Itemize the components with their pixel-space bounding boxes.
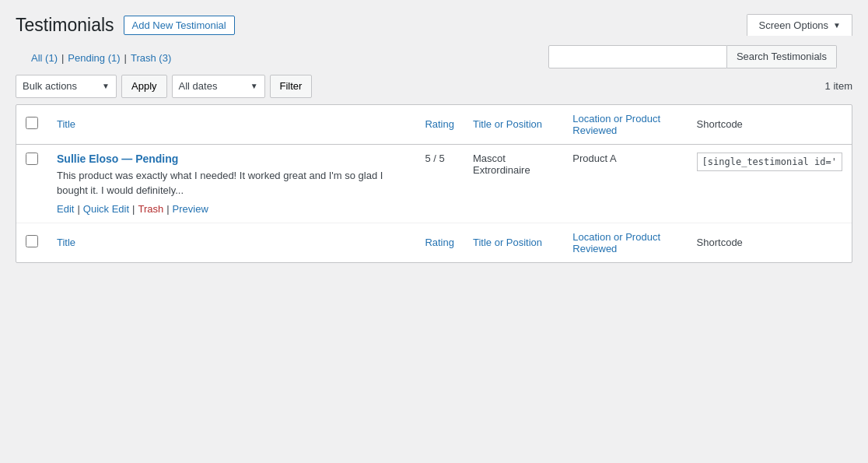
- tfoot-th-title-position-link[interactable]: Title or Position: [473, 237, 542, 248]
- quick-edit-link[interactable]: Quick Edit: [83, 203, 129, 215]
- entry-title: Sullie Eloso — Pending: [57, 153, 406, 165]
- tfoot-th-rating: Rating: [415, 223, 464, 262]
- add-new-button[interactable]: Add New Testimonial: [124, 16, 235, 35]
- search-input[interactable]: [548, 45, 727, 68]
- th-rating: Rating: [415, 105, 464, 145]
- search-area: Search Testimonials: [548, 42, 852, 68]
- td-location-product: Product A: [563, 144, 687, 223]
- edit-link[interactable]: Edit: [57, 203, 74, 215]
- th-title-position[interactable]: Title or Position: [464, 105, 563, 145]
- bulk-actions-select[interactable]: Bulk actions ▼: [16, 75, 117, 98]
- sep-2: |: [124, 52, 127, 64]
- filter-button[interactable]: Filter: [270, 75, 313, 98]
- td-shortcode: [single_testimonial id=': [688, 144, 852, 223]
- subsubsub: All (1) | Pending (1) | Trash (3): [16, 46, 187, 64]
- th-title[interactable]: Title: [47, 105, 415, 145]
- row-actions: Edit | Quick Edit | Trash | Preview: [57, 203, 406, 215]
- th-location-product-link[interactable]: Location or Product Reviewed: [572, 113, 660, 136]
- action-sep-3: |: [166, 203, 169, 215]
- table-foot: Title Rating Title or Position Location …: [16, 223, 852, 262]
- tfoot-th-location-product[interactable]: Location or Product Reviewed: [563, 223, 687, 262]
- dates-chevron-icon: ▼: [250, 82, 258, 90]
- shortcode-box[interactable]: [single_testimonial id=': [697, 153, 842, 171]
- apply-button[interactable]: Apply: [121, 75, 167, 98]
- tfoot-th-shortcode: Shortcode: [688, 223, 852, 262]
- all-dates-label: All dates: [179, 80, 218, 92]
- entry-title-link[interactable]: Sullie Eloso — Pending: [57, 153, 178, 165]
- chevron-down-icon: ▼: [833, 21, 841, 30]
- sep-1: |: [61, 52, 64, 64]
- search-button[interactable]: Search Testimonials: [727, 45, 837, 68]
- tfoot-th-title-link[interactable]: Title: [57, 237, 75, 248]
- preview-link[interactable]: Preview: [173, 203, 208, 215]
- td-title: Sullie Eloso — Pending This product was …: [47, 144, 415, 223]
- bulk-actions-label: Bulk actions: [23, 80, 77, 92]
- table-foot-row: Title Rating Title or Position Location …: [16, 223, 852, 262]
- testimonials-table: Title Rating Title or Position Location …: [16, 105, 852, 262]
- td-title-position: Mascot Extrordinaire: [464, 144, 563, 223]
- filter-trash-link[interactable]: Trash (3): [131, 52, 171, 64]
- filter-all-link[interactable]: All (1): [31, 52, 58, 64]
- action-sep-1: |: [77, 203, 79, 215]
- actions-bar: Bulk actions ▼ Apply All dates ▼ Filter …: [0, 68, 868, 104]
- table-body: Sullie Eloso — Pending This product was …: [16, 144, 852, 223]
- table-head: Title Rating Title or Position Location …: [16, 105, 852, 145]
- action-sep-2: |: [132, 203, 135, 215]
- select-all-checkbox[interactable]: [26, 117, 38, 129]
- tfoot-th-title[interactable]: Title: [47, 223, 415, 262]
- td-rating: 5 / 5: [415, 144, 464, 223]
- dates-select[interactable]: All dates ▼: [172, 75, 265, 98]
- items-count: 1 item: [825, 80, 852, 92]
- tfoot-th-title-position[interactable]: Title or Position: [464, 223, 563, 262]
- page-title: Testimonials: [16, 14, 114, 37]
- screen-options-button[interactable]: Screen Options ▼: [747, 14, 852, 36]
- th-title-link[interactable]: Title: [57, 118, 75, 130]
- th-shortcode: Shortcode: [688, 105, 852, 145]
- table-row: Sullie Eloso — Pending This product was …: [16, 144, 852, 223]
- screen-options-label: Screen Options: [758, 19, 828, 31]
- td-checkbox: [16, 144, 47, 223]
- filter-pending-link[interactable]: Pending (1): [68, 52, 120, 64]
- row-checkbox[interactable]: [26, 153, 38, 165]
- page-title-area: Testimonials Add New Testimonial: [16, 14, 235, 37]
- table-head-row: Title Rating Title or Position Location …: [16, 105, 852, 145]
- page-wrap: Testimonials Add New Testimonial Screen …: [0, 0, 868, 463]
- th-checkbox: [16, 105, 47, 145]
- row-excerpt: This product was exactly what I needed! …: [57, 168, 406, 198]
- th-location-product[interactable]: Location or Product Reviewed: [563, 105, 687, 145]
- testimonials-table-wrap: Title Rating Title or Position Location …: [16, 104, 852, 263]
- tfoot-th-checkbox: [16, 223, 47, 262]
- filter-search-bar: All (1) | Pending (1) | Trash (3) Search…: [0, 37, 868, 68]
- tfoot-th-location-product-link[interactable]: Location or Product Reviewed: [572, 231, 660, 254]
- trash-link[interactable]: Trash: [138, 203, 163, 215]
- th-title-position-link[interactable]: Title or Position: [473, 118, 542, 130]
- select-all-checkbox-footer[interactable]: [26, 235, 38, 247]
- bulk-actions-chevron-icon: ▼: [102, 82, 110, 90]
- filter-row: Bulk actions ▼ Apply All dates ▼ Filter …: [16, 75, 852, 98]
